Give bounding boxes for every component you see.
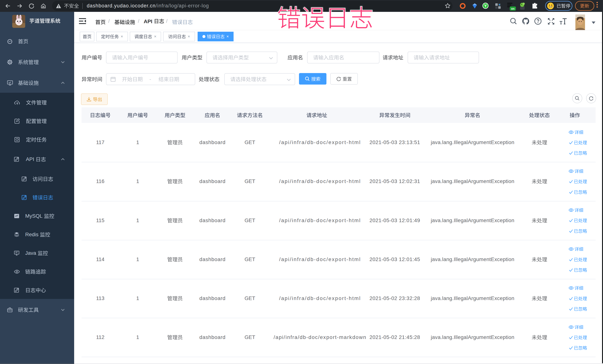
svg-text:on: on (511, 7, 514, 10)
